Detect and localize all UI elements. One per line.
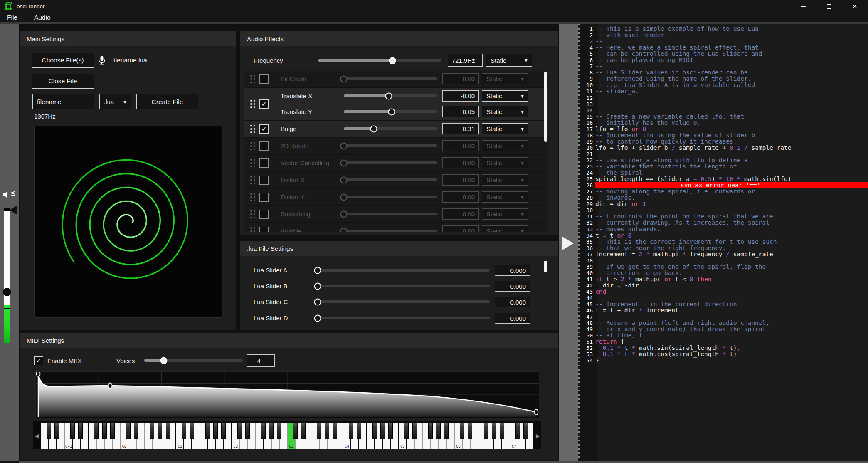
choose-files-button[interactable]: Choose File(s) <box>32 53 94 68</box>
piano-key-black[interactable] <box>221 423 226 439</box>
piano-key-black[interactable] <box>500 423 504 439</box>
piano-key-black[interactable] <box>261 423 266 439</box>
lua-slider-thumb[interactable] <box>314 314 321 322</box>
piano-key-black[interactable] <box>134 423 138 439</box>
close-file-button[interactable]: Close File <box>32 74 94 89</box>
keyboard-scroll-right-icon[interactable]: ▶ <box>536 432 540 438</box>
lua-slider-thumb[interactable] <box>314 298 321 305</box>
piano-key-black[interactable] <box>349 423 353 439</box>
piano-key-black[interactable] <box>436 423 441 439</box>
effect-mode-dropdown[interactable]: Static▼ <box>482 208 528 220</box>
piano-key-black[interactable] <box>428 423 433 439</box>
effect-mode-dropdown[interactable]: Static▼ <box>482 225 528 232</box>
piano-key-black[interactable] <box>293 423 298 439</box>
piano-key-black[interactable] <box>380 423 385 439</box>
menu-file[interactable]: File <box>7 14 17 21</box>
lua-value-field[interactable]: 0.000 <box>495 297 530 307</box>
effect-value-field[interactable]: 0.00 <box>442 174 479 186</box>
lua-slider-track[interactable] <box>318 317 490 319</box>
piano-key-black[interactable] <box>444 423 449 439</box>
effect-mode-dropdown[interactable]: Static▼ <box>482 106 528 117</box>
effects-scrollbar[interactable] <box>544 72 547 142</box>
lua-slider-thumb[interactable] <box>314 267 321 274</box>
frequency-value-field[interactable]: 721.9Hz <box>448 54 483 67</box>
piano-key-black[interactable] <box>515 423 520 439</box>
drag-handle-icon[interactable] <box>250 193 255 201</box>
drag-handle-icon[interactable] <box>250 159 255 167</box>
effect-slider-track[interactable] <box>344 161 437 164</box>
effect-checkbox[interactable] <box>259 193 269 202</box>
effect-value-field[interactable]: 0.31 <box>442 123 479 134</box>
envelope-handle[interactable] <box>37 372 40 376</box>
piano-key-black[interactable] <box>357 423 361 439</box>
piano-key-black[interactable] <box>47 423 51 439</box>
lua-settings-scrollbar[interactable] <box>544 261 547 272</box>
piano-key-black[interactable] <box>126 423 131 439</box>
effect-checkbox[interactable] <box>259 74 269 84</box>
effect-slider-thumb[interactable] <box>340 159 348 166</box>
adsr-envelope[interactable] <box>35 371 539 418</box>
piano-key-black[interactable] <box>468 423 472 439</box>
voices-slider-track[interactable] <box>144 359 243 362</box>
piano-key-black[interactable] <box>102 423 107 439</box>
enable-midi-checkbox[interactable]: ✓ <box>34 356 43 365</box>
piano-key-black[interactable] <box>70 423 75 439</box>
drag-handle-icon[interactable] <box>250 125 255 133</box>
piano-key-black[interactable] <box>78 423 83 439</box>
volume-marker-icon[interactable] <box>10 206 17 215</box>
effect-checkbox[interactable] <box>259 227 269 232</box>
effect-value-field[interactable]: 0.00 <box>442 157 479 168</box>
effect-value-field[interactable]: 0.00 <box>442 140 479 151</box>
piano-key-black[interactable] <box>182 423 186 439</box>
piano-key-black[interactable] <box>277 423 281 439</box>
piano-key-black[interactable] <box>404 423 409 439</box>
drag-handle-icon[interactable] <box>250 142 255 150</box>
effect-value-field[interactable]: 0.00 <box>442 73 479 84</box>
drag-handle-icon[interactable] <box>250 75 255 83</box>
effect-value-field[interactable]: -0.00 <box>442 90 479 102</box>
effect-checkbox[interactable] <box>259 141 269 151</box>
effect-checkbox[interactable] <box>259 210 269 219</box>
effect-mode-dropdown[interactable]: Static▼ <box>482 157 528 168</box>
effect-mode-dropdown[interactable]: Static▼ <box>482 174 528 186</box>
piano-key-black[interactable] <box>333 423 337 439</box>
effect-checkbox[interactable]: ✓ <box>259 124 269 134</box>
effect-value-field[interactable]: 0.00 <box>442 225 479 232</box>
effect-slider-thumb[interactable] <box>340 193 348 201</box>
extension-dropdown[interactable]: .lua ▼ <box>99 94 131 109</box>
piano-key-black[interactable] <box>317 423 321 439</box>
piano-key-black[interactable] <box>484 423 488 439</box>
lua-slider-track[interactable] <box>318 269 490 272</box>
play-icon[interactable] <box>562 237 574 250</box>
volume-slider-thumb[interactable] <box>3 288 11 296</box>
effect-slider-track[interactable] <box>344 213 437 215</box>
effect-mode-dropdown[interactable]: Static▼ <box>482 123 528 134</box>
piano-key-black[interactable] <box>492 423 496 439</box>
envelope-handle[interactable] <box>108 383 112 389</box>
effect-mode-dropdown[interactable]: Static▼ <box>482 90 528 102</box>
piano-key-black[interactable] <box>388 423 393 439</box>
effect-slider-track[interactable] <box>344 94 437 97</box>
keyboard-scroll-left-icon[interactable]: ◀ <box>35 432 39 438</box>
effect-value-field[interactable]: 0.05 <box>442 106 479 117</box>
drag-handle-icon[interactable] <box>250 176 255 184</box>
lua-slider-track[interactable] <box>318 285 490 287</box>
piano-key-black[interactable] <box>213 423 218 439</box>
effect-value-field[interactable]: 0.00 <box>442 208 479 220</box>
effect-slider-track[interactable] <box>344 178 437 181</box>
piano-key-black[interactable] <box>523 423 528 439</box>
piano-key-black[interactable] <box>245 423 250 439</box>
effect-slider-thumb[interactable] <box>385 92 392 99</box>
menu-audio[interactable]: Audio <box>34 14 51 21</box>
piano-key-black[interactable] <box>54 423 59 439</box>
piano-key-black[interactable] <box>94 423 99 439</box>
lua-value-field[interactable]: 0.000 <box>495 265 530 276</box>
lua-slider-track[interactable] <box>318 300 490 303</box>
effect-mode-dropdown[interactable]: Static▼ <box>482 73 528 84</box>
effect-slider-track[interactable] <box>344 144 437 147</box>
effect-slider-thumb[interactable] <box>340 142 348 149</box>
effect-value-field[interactable]: 0.00 <box>442 191 479 203</box>
piano-key-black[interactable] <box>269 423 274 439</box>
piano-key-black[interactable] <box>301 423 306 439</box>
piano-key-black[interactable] <box>460 423 464 439</box>
